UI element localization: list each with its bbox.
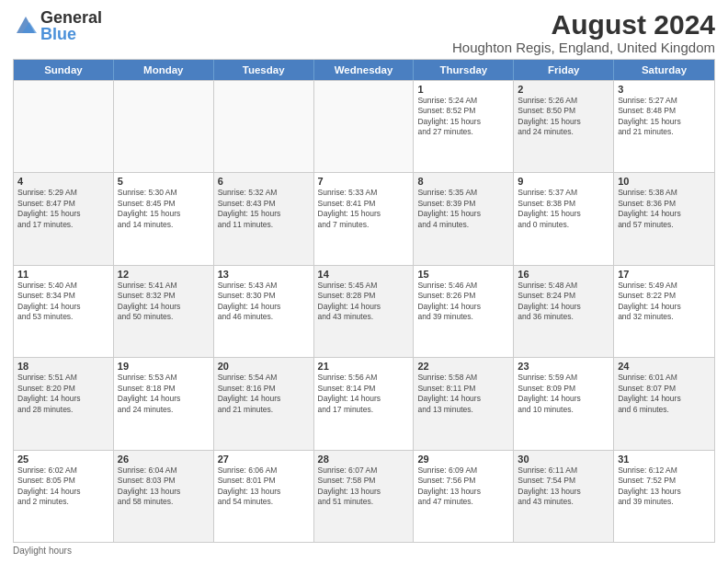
cal-cell: 31Sunrise: 6:12 AM Sunset: 7:52 PM Dayli… [614, 451, 714, 542]
calendar-header: SundayMondayTuesdayWednesdayThursdayFrid… [14, 60, 714, 80]
day-info: Sunrise: 5:38 AM Sunset: 8:36 PM Dayligh… [618, 188, 711, 230]
cal-cell: 12Sunrise: 5:41 AM Sunset: 8:32 PM Dayli… [114, 266, 214, 357]
cal-cell [314, 81, 415, 172]
day-number: 13 [218, 269, 310, 280]
day-number: 16 [518, 269, 609, 280]
day-number: 5 [118, 176, 210, 187]
cal-header-cell: Monday [114, 60, 214, 80]
day-number: 26 [118, 454, 210, 465]
cal-cell: 7Sunrise: 5:33 AM Sunset: 8:41 PM Daylig… [314, 173, 415, 264]
day-info: Sunrise: 6:01 AM Sunset: 8:07 PM Dayligh… [618, 373, 711, 415]
day-number: 24 [618, 361, 711, 372]
day-number: 30 [518, 454, 609, 465]
cal-cell: 26Sunrise: 6:04 AM Sunset: 8:03 PM Dayli… [114, 451, 214, 542]
cal-week: 18Sunrise: 5:51 AM Sunset: 8:20 PM Dayli… [14, 357, 714, 449]
cal-cell: 22Sunrise: 5:58 AM Sunset: 8:11 PM Dayli… [414, 358, 514, 449]
cal-cell: 19Sunrise: 5:53 AM Sunset: 8:18 PM Dayli… [114, 358, 214, 449]
page: General Blue August 2024 Houghton Regis,… [0, 0, 728, 563]
logo-blue: Blue [40, 26, 102, 42]
cal-cell: 15Sunrise: 5:46 AM Sunset: 8:26 PM Dayli… [414, 266, 514, 357]
day-number: 15 [417, 269, 509, 280]
day-number: 22 [417, 361, 509, 372]
cal-header-cell: Wednesday [314, 60, 415, 80]
cal-cell: 21Sunrise: 5:56 AM Sunset: 8:14 PM Dayli… [314, 358, 415, 449]
cal-cell: 11Sunrise: 5:40 AM Sunset: 8:34 PM Dayli… [14, 266, 114, 357]
day-number: 6 [218, 176, 310, 187]
day-info: Sunrise: 5:33 AM Sunset: 8:41 PM Dayligh… [318, 188, 410, 230]
cal-cell: 10Sunrise: 5:38 AM Sunset: 8:36 PM Dayli… [614, 173, 714, 264]
cal-cell: 5Sunrise: 5:30 AM Sunset: 8:45 PM Daylig… [114, 173, 214, 264]
cal-cell: 17Sunrise: 5:49 AM Sunset: 8:22 PM Dayli… [614, 266, 714, 357]
header: General Blue August 2024 Houghton Regis,… [13, 9, 715, 55]
cal-cell: 24Sunrise: 6:01 AM Sunset: 8:07 PM Dayli… [614, 358, 714, 449]
day-info: Sunrise: 5:24 AM Sunset: 8:52 PM Dayligh… [417, 96, 509, 138]
cal-cell: 23Sunrise: 5:59 AM Sunset: 8:09 PM Dayli… [514, 358, 614, 449]
day-number: 23 [518, 361, 609, 372]
day-info: Sunrise: 5:35 AM Sunset: 8:39 PM Dayligh… [417, 188, 509, 230]
day-info: Sunrise: 5:56 AM Sunset: 8:14 PM Dayligh… [318, 373, 410, 415]
day-number: 9 [518, 176, 609, 187]
cal-week: 4Sunrise: 5:29 AM Sunset: 8:47 PM Daylig… [14, 172, 714, 264]
day-info: Sunrise: 6:06 AM Sunset: 8:01 PM Dayligh… [218, 465, 310, 508]
day-number: 25 [17, 454, 109, 465]
day-info: Sunrise: 5:43 AM Sunset: 8:30 PM Dayligh… [218, 281, 310, 323]
day-number: 18 [17, 361, 109, 372]
day-number: 7 [318, 176, 410, 187]
day-info: Sunrise: 6:09 AM Sunset: 7:56 PM Dayligh… [417, 465, 509, 508]
cal-week: 1Sunrise: 5:24 AM Sunset: 8:52 PM Daylig… [14, 80, 714, 172]
cal-cell [214, 81, 314, 172]
day-info: Sunrise: 5:41 AM Sunset: 8:32 PM Dayligh… [118, 281, 210, 323]
day-info: Sunrise: 6:12 AM Sunset: 7:52 PM Dayligh… [618, 465, 711, 508]
day-info: Sunrise: 5:45 AM Sunset: 8:28 PM Dayligh… [318, 281, 410, 323]
cal-header-cell: Saturday [614, 60, 714, 80]
day-info: Sunrise: 6:11 AM Sunset: 7:54 PM Dayligh… [518, 465, 609, 508]
cal-cell: 18Sunrise: 5:51 AM Sunset: 8:20 PM Dayli… [14, 358, 114, 449]
cal-cell: 28Sunrise: 6:07 AM Sunset: 7:58 PM Dayli… [314, 451, 415, 542]
day-info: Sunrise: 5:48 AM Sunset: 8:24 PM Dayligh… [518, 281, 609, 323]
day-info: Sunrise: 5:29 AM Sunset: 8:47 PM Dayligh… [17, 188, 109, 230]
day-number: 29 [417, 454, 509, 465]
day-info: Sunrise: 5:40 AM Sunset: 8:34 PM Dayligh… [17, 281, 109, 323]
day-info: Sunrise: 5:59 AM Sunset: 8:09 PM Dayligh… [518, 373, 609, 415]
day-info: Sunrise: 5:58 AM Sunset: 8:11 PM Dayligh… [417, 373, 509, 415]
day-number: 17 [618, 269, 711, 280]
day-number: 14 [318, 269, 410, 280]
day-info: Sunrise: 5:37 AM Sunset: 8:38 PM Dayligh… [518, 188, 609, 230]
day-number: 1 [417, 84, 509, 95]
month-year: August 2024 [452, 9, 715, 40]
cal-cell: 3Sunrise: 5:27 AM Sunset: 8:48 PM Daylig… [614, 81, 714, 172]
day-info: Sunrise: 6:02 AM Sunset: 8:05 PM Dayligh… [17, 465, 109, 508]
cal-cell: 29Sunrise: 6:09 AM Sunset: 7:56 PM Dayli… [414, 451, 514, 542]
cal-cell: 20Sunrise: 5:54 AM Sunset: 8:16 PM Dayli… [214, 358, 314, 449]
cal-cell: 16Sunrise: 5:48 AM Sunset: 8:24 PM Dayli… [514, 266, 614, 357]
day-number: 20 [218, 361, 310, 372]
cal-cell: 1Sunrise: 5:24 AM Sunset: 8:52 PM Daylig… [414, 81, 514, 172]
day-info: Sunrise: 5:54 AM Sunset: 8:16 PM Dayligh… [218, 373, 310, 415]
cal-cell: 8Sunrise: 5:35 AM Sunset: 8:39 PM Daylig… [414, 173, 514, 264]
cal-cell [14, 81, 114, 172]
day-number: 27 [218, 454, 310, 465]
calendar: SundayMondayTuesdayWednesdayThursdayFrid… [13, 59, 715, 543]
day-info: Sunrise: 5:32 AM Sunset: 8:43 PM Dayligh… [218, 188, 310, 230]
cal-header-cell: Tuesday [214, 60, 314, 80]
day-number: 8 [417, 176, 509, 187]
cal-header-cell: Friday [514, 60, 614, 80]
location: Houghton Regis, England, United Kingdom [452, 40, 715, 55]
cal-cell: 4Sunrise: 5:29 AM Sunset: 8:47 PM Daylig… [14, 173, 114, 264]
day-number: 12 [118, 269, 210, 280]
day-info: Sunrise: 5:46 AM Sunset: 8:26 PM Dayligh… [417, 281, 509, 323]
cal-cell [114, 81, 214, 172]
day-info: Sunrise: 5:51 AM Sunset: 8:20 PM Dayligh… [17, 373, 109, 415]
day-number: 3 [618, 84, 711, 95]
cal-week: 25Sunrise: 6:02 AM Sunset: 8:05 PM Dayli… [14, 450, 714, 542]
day-number: 21 [318, 361, 410, 372]
day-info: Sunrise: 5:30 AM Sunset: 8:45 PM Dayligh… [118, 188, 210, 230]
day-info: Sunrise: 5:27 AM Sunset: 8:48 PM Dayligh… [618, 96, 711, 138]
day-info: Sunrise: 5:26 AM Sunset: 8:50 PM Dayligh… [518, 96, 609, 138]
day-number: 11 [17, 269, 109, 280]
day-number: 4 [17, 176, 109, 187]
day-number: 28 [318, 454, 410, 465]
logo-text: General Blue [40, 9, 102, 42]
logo-general: General [40, 9, 102, 26]
day-info: Sunrise: 5:53 AM Sunset: 8:18 PM Dayligh… [118, 373, 210, 415]
